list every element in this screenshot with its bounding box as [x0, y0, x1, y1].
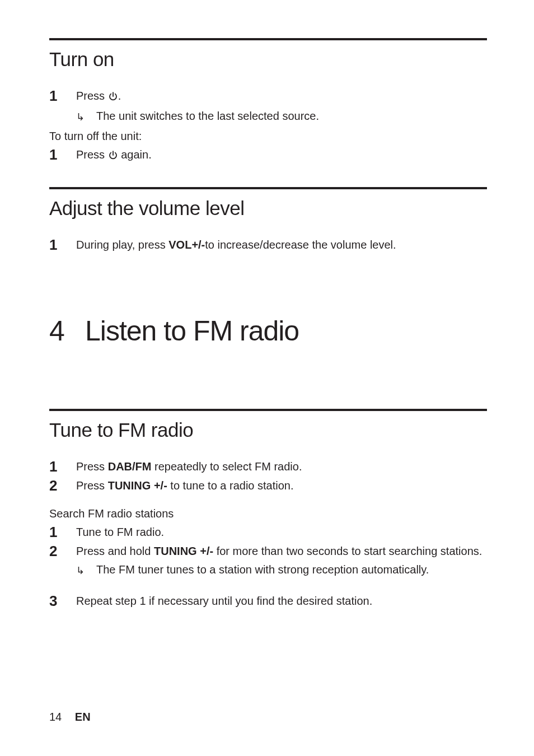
step-text: Repeat step 1 if necessary until you fin… [76, 593, 487, 609]
step-number: 1 [49, 237, 76, 252]
text-fragment: repeatedly to select FM radio. [151, 460, 302, 473]
step-number: 2 [49, 478, 76, 493]
result-arrow-icon: ↳ [76, 111, 96, 123]
heading-tune-fm: Tune to FM radio [49, 419, 487, 441]
power-icon [108, 148, 118, 165]
page-footer: 14 EN [49, 711, 91, 724]
search-step-2: 2 Press and hold TUNING +/- for more tha… [49, 543, 487, 559]
step-text: Press . [76, 88, 487, 106]
chapter-title: Listen to FM radio [85, 315, 299, 347]
turn-off-intro: To turn off the unit: [49, 130, 487, 143]
result-arrow-icon: ↳ [76, 564, 96, 577]
heading-adjust-volume: Adjust the volume level [49, 197, 487, 220]
step-number: 3 [49, 594, 76, 608]
tune-step-2: 2 Press TUNING +/- to tune to a radio st… [49, 477, 487, 494]
step-number: 1 [49, 459, 76, 474]
text-fragment: to tune to a radio station. [167, 479, 294, 492]
search-step-1: 1 Tune to FM radio. [49, 524, 487, 540]
search-step-3: 3 Repeat step 1 if necessary until you f… [49, 592, 487, 609]
step-text: Press TUNING +/- to tune to a radio stat… [76, 478, 487, 494]
text-fragment: Press [76, 460, 108, 473]
text-bold: DAB/FM [108, 460, 152, 473]
tune-step-1: 1 Press DAB/FM repeatedly to select FM r… [49, 458, 487, 475]
language-code: EN [75, 711, 91, 723]
step-text: Press and hold TUNING +/- for more than … [76, 543, 487, 559]
step-number: 1 [49, 525, 76, 539]
text-fragment: again. [118, 148, 152, 161]
step-text: During play, press VOL+/-to increase/dec… [76, 237, 487, 253]
page-number: 14 [49, 711, 62, 723]
power-icon [108, 90, 118, 106]
step-text: Press DAB/FM repeatedly to select FM rad… [76, 459, 487, 475]
heading-turn-on: Turn on [49, 48, 487, 71]
step-text: Press again. [76, 147, 487, 165]
search-result: ↳ The FM tuner tunes to a station with s… [76, 562, 487, 578]
step-number: 2 [49, 544, 76, 558]
step-number: 1 [49, 147, 76, 162]
text-bold: TUNING +/- [154, 545, 213, 557]
text-bold: VOL+/- [168, 239, 205, 251]
text-fragment: Press [76, 479, 108, 492]
volume-step-1: 1 During play, press VOL+/-to increase/d… [49, 236, 487, 253]
text-fragment: . [118, 90, 121, 102]
turn-on-step-1: 1 Press . [49, 87, 487, 106]
step-text: Tune to FM radio. [76, 524, 487, 540]
result-text: The FM tuner tunes to a station with str… [96, 562, 487, 578]
subheading-search-fm: Search FM radio stations [49, 507, 487, 520]
text-fragment: for more than two seconds to start searc… [213, 545, 482, 557]
result-text: The unit switches to the last selected s… [96, 108, 487, 124]
chapter-number: 4 [49, 315, 85, 347]
text-fragment: Press [76, 148, 108, 161]
turn-off-step-1: 1 Press again. [49, 146, 487, 165]
text-fragment: to increase/decrease the volume level. [205, 239, 396, 251]
chapter-heading: 4 Listen to FM radio [49, 315, 487, 347]
step-number: 1 [49, 88, 76, 103]
text-fragment: Press and hold [76, 545, 154, 557]
text-fragment: Press [76, 90, 108, 102]
text-bold: TUNING +/- [108, 479, 167, 492]
turn-on-result: ↳ The unit switches to the last selected… [76, 108, 487, 124]
text-fragment: During play, press [76, 239, 168, 251]
